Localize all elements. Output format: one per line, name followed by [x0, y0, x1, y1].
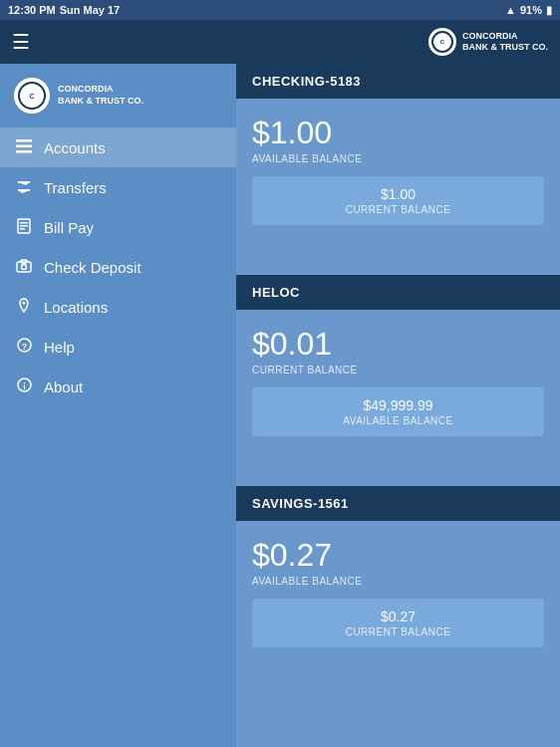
account-card-body: $0.01 CURRENT BALANCE $49,999.99 AVAILAB…: [236, 310, 560, 456]
sidebar-item-locations[interactable]: Locations: [0, 287, 236, 327]
about-icon: i: [14, 377, 34, 395]
svg-text:i: i: [23, 381, 26, 391]
account-primary-label: AVAILABLE BALANCE: [252, 576, 544, 587]
svg-rect-1: [16, 144, 32, 147]
account-card-body: $0.27 AVAILABLE BALANCE $0.27 CURRENT BA…: [236, 521, 560, 667]
svg-rect-0: [16, 139, 32, 142]
account-secondary-card: $1.00 CURRENT BALANCE: [252, 176, 544, 225]
sidebar-item-label: Accounts: [44, 139, 106, 156]
account-secondary-balance: $49,999.99: [266, 397, 530, 413]
account-secondary-balance: $0.27: [266, 609, 530, 624]
transfers-icon: [14, 179, 34, 196]
account-secondary-card: $0.27 CURRENT BALANCE: [252, 599, 544, 647]
battery-icon: ▮: [546, 4, 552, 17]
account-primary-balance: $0.01: [252, 326, 544, 363]
sidebar-item-label: About: [44, 378, 83, 395]
svg-rect-2: [16, 150, 32, 153]
account-card-body: $1.00 AVAILABLE BALANCE $1.00 CURRENT BA…: [236, 99, 560, 245]
sidebar-item-label: Locations: [44, 299, 108, 316]
svg-point-14: [23, 301, 26, 304]
accounts-icon: [14, 139, 34, 156]
account-primary-balance: $0.27: [252, 537, 544, 574]
svg-point-12: [22, 264, 27, 269]
account-name: SAVINGS-1561: [252, 496, 349, 511]
nav-logo-text: CONCORDIABANK & TRUST CO.: [462, 31, 548, 53]
sidebar-item-accounts[interactable]: Accounts: [0, 127, 236, 167]
svg-rect-9: [20, 225, 28, 227]
account-secondary-label: AVAILABLE BALANCE: [266, 415, 530, 426]
sidebar-item-help[interactable]: ? Help: [0, 327, 236, 367]
account-card-heloc[interactable]: HELOC $0.01 CURRENT BALANCE $49,999.99 A…: [236, 275, 560, 456]
billpay-icon: [14, 218, 34, 237]
sidebar-item-label: Transfers: [44, 179, 107, 196]
status-time: 12:30 PM: [8, 4, 56, 16]
account-spacer-1: [236, 245, 560, 275]
main-layout: C CONCORDIABANK & TRUST CO. Accounts Tra…: [0, 64, 560, 747]
content-area[interactable]: CHECKING-5183 $1.00 AVAILABLE BALANCE $1…: [236, 64, 560, 747]
sidebar-item-checkdeposit[interactable]: Check Deposit: [0, 247, 236, 287]
svg-text:?: ?: [21, 342, 27, 352]
sidebar-item-label: Check Deposit: [44, 259, 141, 276]
account-primary-label: CURRENT BALANCE: [252, 365, 544, 375]
status-date: Sun May 17: [60, 4, 121, 16]
account-card-savings[interactable]: SAVINGS-1561 $0.27 AVAILABLE BALANCE $0.…: [236, 486, 560, 667]
hamburger-button[interactable]: ☰: [12, 32, 30, 52]
sidebar-item-billpay[interactable]: Bill Pay: [0, 207, 236, 247]
logo-circle: C: [428, 28, 456, 56]
status-bar: 12:30 PM Sun May 17 ▲ 91% ▮: [0, 0, 560, 20]
account-name: CHECKING-5183: [252, 74, 361, 89]
sidebar-item-label: Bill Pay: [44, 219, 94, 236]
svg-rect-8: [20, 222, 28, 224]
sidebar: C CONCORDIABANK & TRUST CO. Accounts Tra…: [0, 64, 236, 747]
sidebar-logo: C CONCORDIABANK & TRUST CO.: [0, 68, 236, 127]
svg-rect-10: [20, 228, 25, 230]
account-secondary-label: CURRENT BALANCE: [266, 626, 530, 637]
account-spacer-2: [236, 456, 560, 486]
account-secondary-label: CURRENT BALANCE: [266, 204, 530, 215]
account-secondary-card: $49,999.99 AVAILABLE BALANCE: [252, 387, 544, 436]
top-nav: ☰ C CONCORDIABANK & TRUST CO.: [0, 20, 560, 64]
locations-icon: [14, 298, 34, 317]
wifi-icon: ▲: [505, 4, 516, 16]
sidebar-item-about[interactable]: i About: [0, 367, 236, 406]
battery-status: 91%: [520, 4, 542, 16]
account-name: HELOC: [252, 285, 300, 300]
account-card-header: HELOC: [236, 275, 560, 310]
sidebar-item-label: Help: [44, 339, 75, 356]
account-card-header: CHECKING-5183: [236, 64, 560, 99]
account-primary-label: AVAILABLE BALANCE: [252, 153, 544, 164]
account-primary-balance: $1.00: [252, 115, 544, 151]
help-icon: ?: [14, 338, 34, 356]
sidebar-item-transfers[interactable]: Transfers: [0, 167, 236, 207]
nav-logo: C CONCORDIABANK & TRUST CO.: [428, 28, 548, 56]
checkdeposit-icon: [14, 259, 34, 276]
account-card-checking[interactable]: CHECKING-5183 $1.00 AVAILABLE BALANCE $1…: [236, 64, 560, 245]
account-card-header: SAVINGS-1561: [236, 486, 560, 521]
account-secondary-balance: $1.00: [266, 186, 530, 202]
